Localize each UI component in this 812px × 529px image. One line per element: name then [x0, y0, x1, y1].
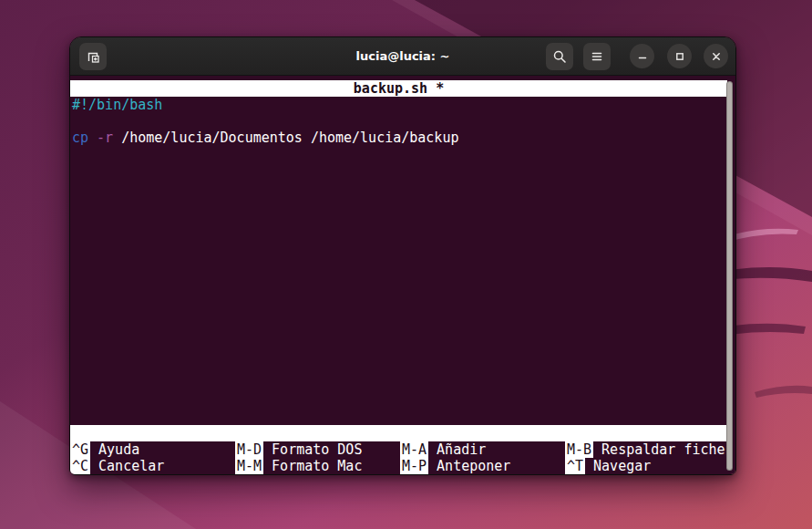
editor-line: cp -r /home/lucia/Documentos /home/lucia…: [72, 130, 727, 146]
shortcut-label: Ayuda: [98, 441, 139, 458]
shortcut-row: ^GAyudaM-DFormato DOSM-AAñadirM-BRespald…: [70, 441, 727, 458]
shortcut-label: Cancelar: [98, 458, 164, 474]
shortcut-M-P: M-PAnteponer: [400, 458, 565, 474]
nano-header-bar: GNU nano 6.2 backup.sh *: [70, 80, 727, 97]
code-segment: /home/lucia/Documentos /home/lucia/backu…: [113, 130, 458, 146]
shortcut-key: ^T: [565, 458, 585, 474]
maximize-button[interactable]: [667, 44, 692, 68]
close-button[interactable]: [704, 44, 728, 68]
shortcut-key: M-P: [400, 458, 428, 474]
code-segment: cp: [72, 130, 88, 146]
shortcut-label: Añadir: [437, 441, 486, 458]
search-icon: [552, 49, 567, 64]
shortcut-label: Formato Mac: [272, 458, 362, 474]
shortcut-M-B: M-BRespaldar ficher: [565, 441, 727, 458]
editor-line: #!/bin/bash: [72, 97, 727, 113]
shortcut-label: Navegar: [593, 458, 651, 474]
maximize-icon: [673, 50, 686, 63]
shortcut-key: M-D: [235, 441, 263, 458]
nano-filename: backup.sh *: [354, 80, 444, 97]
shortcut-C-C: ^CCancelar: [70, 458, 235, 474]
terminal-scrollbar[interactable]: [726, 81, 733, 471]
shortcut-M-A: M-AAñadir: [400, 441, 565, 458]
minimize-button[interactable]: [630, 44, 654, 68]
menu-button[interactable]: [583, 43, 611, 70]
shortcut-key: ^G: [70, 441, 90, 458]
new-tab-icon: [86, 49, 100, 64]
shortcut-C-G: ^GAyuda: [70, 441, 235, 458]
shortcut-key: M-B: [565, 441, 593, 458]
shortcut-key: M-M: [235, 458, 263, 474]
titlebar[interactable]: lucia@lucia: ~: [70, 37, 735, 76]
nano-status-bar: Nombre del archivo a escribir: backup.sh: [70, 425, 727, 441]
nano-shortcuts: ^GAyudaM-DFormato DOSM-AAñadirM-BRespald…: [70, 441, 727, 474]
editor-lines[interactable]: #!/bin/bashcp -r /home/lucia/Documentos …: [70, 97, 727, 425]
shortcut-label: Anteponer: [437, 458, 510, 474]
shortcut-C-T: ^TNavegar: [565, 458, 727, 474]
close-icon: [710, 50, 723, 63]
code-segment: [88, 130, 97, 146]
search-button[interactable]: [546, 43, 573, 70]
shortcut-label: Formato DOS: [272, 441, 362, 458]
shortcut-key: M-A: [400, 441, 428, 458]
terminal-screen[interactable]: GNU nano 6.2 backup.sh * #!/bin/bashcp -…: [70, 76, 735, 475]
shortcut-label: Respaldar ficher: [601, 441, 727, 458]
shortcut-M-D: M-DFormato DOS: [235, 441, 400, 458]
new-tab-button[interactable]: [79, 43, 107, 70]
code-segment: -r: [97, 130, 113, 146]
shortcut-M-M: M-MFormato Mac: [235, 458, 400, 474]
editor-line: [72, 113, 727, 130]
code-segment: #!/bin/bash: [72, 97, 162, 113]
terminal-window: lucia@lucia: ~: [69, 36, 736, 475]
menu-icon: [590, 49, 604, 64]
minimize-icon: [636, 50, 649, 63]
shortcut-key: ^C: [70, 458, 90, 474]
shortcut-row: ^CCancelarM-MFormato MacM-PAnteponer^TNa…: [70, 458, 727, 474]
